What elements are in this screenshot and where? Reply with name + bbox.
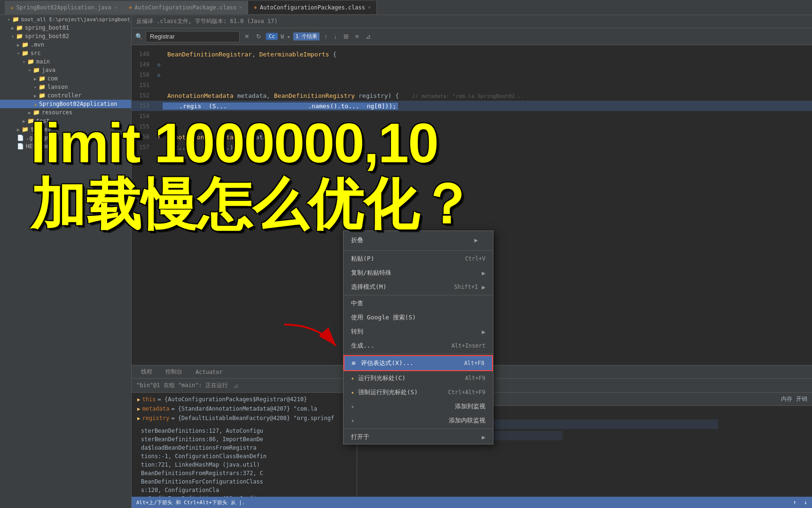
sidebar-item-test[interactable]: ▶ 📁 test (0, 117, 131, 125)
status-bar: Alt+上/下箭头 和 Ctrl+Alt+下箭头 从 |. ↑ ↓ (132, 497, 812, 508)
ctx-label-evaluate: 评估表达式(X)... (361, 359, 414, 367)
submenu-arrow: ▶ (467, 234, 485, 246)
search-bar: 🔍 ✕ ↻ Cc W ✦ 1 个结果 ↑ ↓ ⊞ ≡ ⊿ (132, 28, 812, 45)
tab-close-1[interactable]: ✕ (239, 5, 242, 10)
stack-item-3[interactable]: tions:-1, ConfigurationClassBeanDefin (136, 452, 352, 460)
tab-actuator[interactable]: Actuator (190, 367, 228, 377)
ctx-label-force-run-cursor: 强制运行到光标处(S) (358, 388, 418, 397)
sidebar-item-gitignore[interactable]: 📄 .gitignore (0, 134, 131, 142)
ctx-item-search[interactable]: 中查 (344, 296, 493, 310)
arrow-icon: ▶ (34, 76, 37, 81)
expand-arrow-icon[interactable]: ▶ (137, 406, 141, 412)
debug-item-metadata[interactable]: ▶ metadata = {StandardAnnotationMetadata… (132, 404, 357, 413)
ctx-shortcut-force-cursor: Ctrl+Alt+F9 (448, 389, 485, 396)
filter-icon: ⊿ (234, 382, 238, 389)
arrow-icon: ▾ (8, 17, 10, 22)
sidebar-item-root[interactable]: ▾ 📁 boot_all E:\project\java\springboot_… (0, 15, 131, 24)
ctx-shortcut-generate: Alt+Insert (452, 342, 485, 349)
stack-item-2[interactable]: da$loadBeanDefinitionsFromRegistra (136, 444, 352, 452)
sidebar-item-lanson[interactable]: ▾ 📁 lanson (0, 83, 131, 91)
arrow-icon: ▶ (11, 25, 14, 31)
tab-autoconfig-package[interactable]: ◈ AutoConfigurationPackage.class ✕ (123, 1, 248, 14)
ctx-item-evaluate[interactable]: ⊞ 评估表达式(X)... Alt+F8 (344, 355, 493, 371)
sidebar-item-mvn[interactable]: ▶ 📁 .mvn (0, 40, 131, 49)
tab-thread[interactable]: 线程 (135, 366, 158, 378)
debug-label-metadata: metadata (142, 405, 170, 412)
ctx-item-run-to-cursor[interactable]: ✦ 运行到光标处(C) Alt+F9 (344, 371, 493, 385)
sidebar-item-helpmd[interactable]: 📄 HELP.md (0, 142, 131, 151)
search-down-btn[interactable]: ↓ (332, 32, 339, 41)
ctx-label-goto: 转到 (351, 327, 363, 336)
submenu-arrow: ▶ (482, 434, 485, 441)
code-line-153: 153 .regis (S... .names().to... ng[0])); (132, 101, 812, 111)
search-multiline-btn[interactable]: ⊞ (342, 32, 351, 41)
project-sidebar[interactable]: ▾ 📁 boot_all E:\project\java\springboot_… (0, 15, 132, 508)
ctx-item-google[interactable]: 使用 Google 搜索(S) (344, 310, 493, 325)
debug-variables-panel[interactable]: ▶ this = {AutoConfigurationPackages$Regi… (132, 393, 357, 497)
context-menu: 折叠 ▶ 粘贴(P) Ctrl+V 复制/粘贴特殊 ▶ 选择模式(M) Shif… (343, 230, 493, 444)
search-close-btn[interactable]: ✕ (242, 32, 251, 41)
debug-item-this[interactable]: ▶ this = {AutoConfigurationPackages$Regi… (132, 395, 357, 404)
sidebar-item-boot01[interactable]: ▶ 📁 spring_boot01 (0, 24, 131, 32)
ctx-item-fold[interactable]: 折叠 ▶ (344, 231, 493, 249)
ctx-item-open-in[interactable]: 打开于 ▶ (344, 430, 493, 444)
search-up-btn[interactable]: ↑ (322, 32, 329, 41)
ctx-label-search: 中查 (351, 299, 363, 308)
file-info-bar: 反编译 .class文件, 字节码版本: 61.0 (Java 17) (132, 15, 812, 28)
inline-watch-icon: ✦ (351, 418, 354, 424)
stack-item-1[interactable]: sterBeanDefinitions:86, ImportBeanDe (136, 435, 352, 444)
debug-label-this: this (142, 396, 156, 403)
expand-arrow-icon[interactable]: ▶ (137, 415, 141, 421)
arrow-icon: ▾ (34, 85, 37, 90)
tab-autoconfig-packages[interactable]: ◈ AutoConfigurationPackages.class ✕ (248, 1, 377, 14)
code-line-154: 154 (132, 111, 812, 121)
arrow-icon: ▾ (17, 51, 20, 56)
ctx-item-add-inline-watch[interactable]: ✦ 添加内联监视 (344, 413, 493, 428)
tabs-bar: ☕ SpringBoot02Application.java ✕ ◈ AutoC… (0, 0, 812, 15)
folder-icon: 📁 (22, 50, 29, 56)
tab-close-0[interactable]: ✕ (114, 5, 117, 10)
sidebar-item-src[interactable]: ▾ 📁 src (0, 49, 131, 57)
sidebar-item-controller[interactable]: ▶ 📁 controller (0, 91, 131, 100)
ctx-item-select-mode[interactable]: 选择模式(M) Shift+I ▶ (344, 280, 493, 294)
code-line-151: 151 (132, 80, 812, 90)
class-icon-1: ◈ (129, 4, 132, 10)
search-filter-btn[interactable]: ⊿ (364, 32, 373, 41)
ctx-label-inline-watch: 添加内联监视 (449, 416, 485, 425)
folder-icon: 📁 (16, 33, 23, 40)
expand-arrow-icon[interactable]: ▶ (137, 397, 141, 403)
sidebar-item-boot02[interactable]: ▾ 📁 spring_boot02 (0, 32, 131, 40)
ctx-item-generate[interactable]: 生成... Alt+Insert (344, 339, 493, 353)
sidebar-item-com[interactable]: ▶ 📁 com (0, 74, 131, 83)
tab-close-2[interactable]: ✕ (368, 5, 371, 10)
folder-icon: 📁 (27, 58, 34, 65)
search-prev-btn[interactable]: ↻ (254, 32, 263, 41)
stack-item-6[interactable]: BeanDefinitionsForConfigurationClass (136, 477, 352, 486)
search-input[interactable] (146, 31, 240, 42)
ctx-label-select-mode: 选择模式(M) (351, 283, 386, 291)
submenu-arrow: ▶ (482, 284, 485, 291)
folder-icon: 📁 (12, 16, 19, 23)
ctx-item-add-watch[interactable]: ✦ 添加到监视 (344, 399, 493, 413)
ctx-item-copy-paste-special[interactable]: 复制/粘贴特殊 ▶ (344, 266, 493, 280)
ctx-shortcut-select-mode: Shift+I (454, 284, 478, 290)
ctx-item-force-run-cursor[interactable]: ✦ 强制运行到光标处(S) Ctrl+Alt+F9 (344, 385, 493, 399)
sidebar-item-main[interactable]: ▾ 📁 main (0, 57, 131, 66)
stack-item-5[interactable]: BeanDefinitionsFromRegistrars:372, C (136, 469, 352, 477)
folder-icon: 📁 (39, 84, 46, 90)
sidebar-item-target[interactable]: ▶ 📁 target (0, 125, 131, 134)
stack-item-4[interactable]: tion:721, LinkedHashMap (java.util) (136, 460, 352, 469)
memory-label: 内存 (781, 395, 792, 403)
arrow-icon: ▶ (23, 119, 25, 124)
sidebar-item-resources[interactable]: ▶ 📁 resources (0, 108, 131, 117)
stack-item-0[interactable]: sterBeanDefinitions:127, AutoConfigu (136, 427, 352, 435)
tab-springboot-java[interactable]: ☕ SpringBoot02Application.java ✕ (5, 1, 123, 14)
tab-console[interactable]: 控制台 (160, 366, 188, 378)
search-options-btn[interactable]: ≡ (353, 32, 361, 41)
ctx-item-goto[interactable]: 转到 ▶ (344, 325, 493, 339)
sidebar-item-springbootapp[interactable]: ☕ SpringBoot02Application (0, 100, 131, 108)
sidebar-item-java[interactable]: ▾ 📁 java (0, 66, 131, 74)
ctx-item-paste[interactable]: 粘贴(P) Ctrl+V (344, 252, 493, 266)
debug-item-registry[interactable]: ▶ registry = {DefaultListableBeanFactory… (132, 413, 357, 423)
stack-item-7[interactable]: s:120, ConfigurationCla (136, 486, 352, 494)
